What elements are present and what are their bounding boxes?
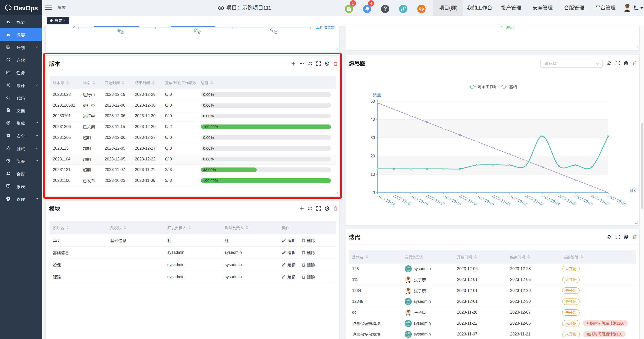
svg-text:2023-12-21: 2023-12-21 (491, 194, 511, 206)
svg-text:40: 40 (370, 117, 375, 121)
svg-text:0: 0 (373, 191, 375, 195)
svg-text:2023-12-22: 2023-12-22 (508, 194, 528, 206)
svg-text:剩余工作项: 剩余工作项 (477, 85, 498, 89)
svg-text:20: 20 (370, 154, 375, 158)
svg-text:2023-12-25: 2023-12-25 (557, 194, 577, 206)
svg-text:日期: 日期 (629, 188, 637, 193)
svg-text:2023-12-23: 2023-12-23 (524, 194, 544, 206)
svg-text:基线: 基线 (509, 85, 517, 89)
svg-text:2023-12-19: 2023-12-19 (459, 194, 478, 206)
svg-text:10: 10 (370, 172, 375, 177)
svg-text:2023-12-28: 2023-12-28 (607, 194, 627, 206)
svg-text:2023-12-14: 2023-12-14 (376, 194, 396, 206)
svg-text:2023-12-26: 2023-12-26 (574, 194, 594, 206)
svg-text:2023-12-17: 2023-12-17 (426, 194, 445, 206)
svg-text:30: 30 (370, 136, 375, 140)
svg-text:2023-12-15: 2023-12-15 (393, 194, 412, 206)
svg-text:数量: 数量 (373, 93, 381, 97)
svg-text:50: 50 (370, 99, 375, 103)
svg-text:2023-12-27: 2023-12-27 (590, 194, 610, 206)
svg-text:2023-12-16: 2023-12-16 (409, 194, 429, 206)
svg-text:2023-12-18: 2023-12-18 (442, 194, 462, 206)
svg-text:2023-12-24: 2023-12-24 (541, 194, 561, 206)
svg-text:2023-12-20: 2023-12-20 (475, 194, 495, 206)
